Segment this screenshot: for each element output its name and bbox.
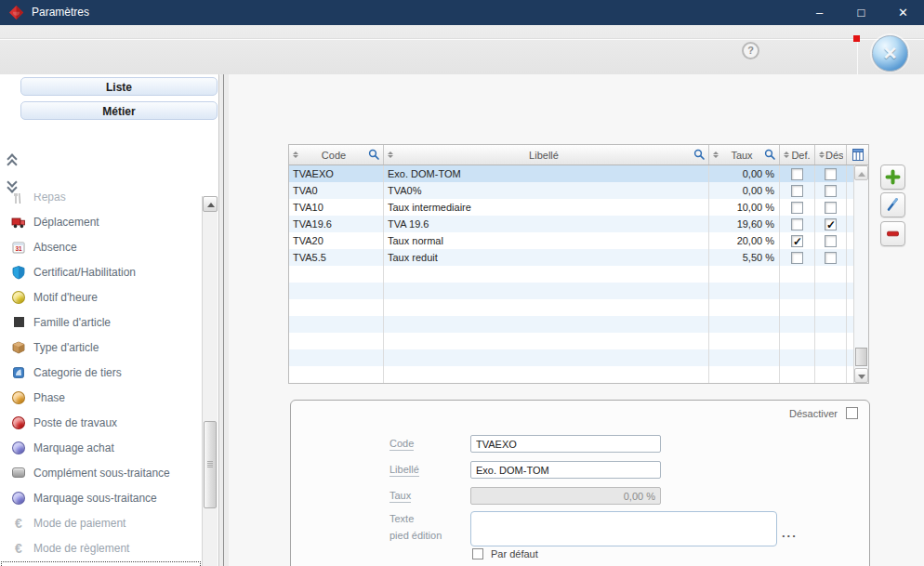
circle-icon	[11, 441, 26, 455]
def-checkbox[interactable]	[791, 235, 803, 247]
pill-icon	[11, 466, 26, 480]
sidebar-item-label: Phase	[33, 391, 65, 404]
column-chooser-button[interactable]	[847, 145, 868, 165]
search-icon[interactable]	[693, 149, 706, 161]
cell-libelle	[384, 316, 709, 333]
desactiver-checkbox[interactable]	[846, 407, 858, 419]
more-button[interactable]: ...	[782, 526, 798, 540]
table-scrollbar[interactable]	[853, 165, 868, 383]
sidebar-splitter[interactable]	[220, 74, 229, 566]
sidebar-item-type-d-article[interactable]: Type d'article	[0, 335, 202, 360]
def-checkbox[interactable]	[791, 252, 803, 264]
grid-icon	[852, 149, 864, 161]
sidebar-scrollbar-thumb[interactable]	[204, 421, 217, 508]
des-checkbox[interactable]	[825, 218, 837, 230]
sidebar-item-mode-de-paiement[interactable]: €Mode de paiement	[0, 510, 202, 535]
des-checkbox[interactable]	[825, 235, 837, 247]
section-liste[interactable]: Liste	[20, 77, 218, 96]
column-header-taux[interactable]: Taux	[709, 145, 780, 165]
def-checkbox[interactable]	[791, 202, 803, 214]
section-metier[interactable]: Métier	[20, 101, 218, 120]
sidebar-item-marquage-sous-traitance[interactable]: Marquage sous-traitance	[0, 485, 202, 510]
sidebar-item-poste-de-travaux[interactable]: Poste de travaux	[0, 410, 202, 435]
def-checkbox[interactable]	[791, 218, 803, 230]
sidebar-item-categorie-de-tiers[interactable]: Categorie de tiers	[0, 360, 202, 385]
des-checkbox[interactable]	[825, 252, 837, 264]
des-checkbox[interactable]	[825, 168, 837, 180]
table-row[interactable]: TVA19.6TVA 19.619,60 %	[289, 216, 853, 232]
cell-taux: 10,00 %	[709, 199, 780, 216]
app-logo-icon	[8, 5, 24, 20]
def-checkbox[interactable]	[791, 168, 803, 180]
sidebar-item-phase[interactable]: Phase	[0, 385, 202, 410]
cell-libelle	[384, 299, 709, 316]
sidebar-scrollbar[interactable]	[202, 196, 218, 566]
sidebar-item-motif-d-heure[interactable]: Motif d'heure	[0, 284, 202, 309]
column-header-ds[interactable]: Dés.	[815, 145, 847, 165]
maximize-button[interactable]: □	[840, 0, 882, 25]
delete-button[interactable]	[880, 221, 905, 246]
cell-taux	[709, 349, 780, 366]
table-row[interactable]: TVA10Taux intermediaire10,00 %	[289, 199, 853, 216]
titlebar: Paramètres – □ ✕	[0, 0, 924, 25]
table-scrollbar-thumb[interactable]	[855, 348, 867, 366]
des-checkbox[interactable]	[825, 185, 837, 197]
cell-def	[780, 182, 815, 199]
sidebar-item-absence[interactable]: 31Absence	[0, 234, 202, 259]
cell-def	[780, 232, 815, 249]
cell-def	[780, 199, 815, 216]
tiers-icon	[11, 365, 26, 380]
code-input[interactable]	[470, 435, 661, 453]
sidebar-item-famille-d-article[interactable]: Famille d'article	[0, 309, 202, 335]
table-row[interactable]: TVAEXOExo. DOM-TOM0,00 %	[289, 165, 853, 182]
desactiver-label: Désactiver	[789, 408, 838, 419]
libelle-input[interactable]	[470, 461, 661, 479]
cell-code	[289, 366, 384, 383]
notification-dot-icon	[853, 35, 860, 42]
help-icon[interactable]: ?	[742, 42, 759, 59]
sidebar-item-certificat-habilitation[interactable]: Certificat/Habilitation	[0, 259, 202, 284]
add-button[interactable]	[880, 165, 905, 190]
scroll-up-icon[interactable]	[203, 196, 218, 212]
cell-def	[780, 366, 815, 383]
column-header-libell[interactable]: Libellé	[384, 145, 709, 165]
sidebar-item-label: Poste de travaux	[33, 416, 117, 429]
cell-des	[815, 266, 847, 283]
edit-button[interactable]	[880, 192, 905, 217]
collapse-down-icon[interactable]	[5, 178, 20, 193]
cell-def	[780, 216, 815, 232]
table-scroll-down-icon[interactable]	[854, 368, 868, 383]
sidebar-item-d-placement[interactable]: Déplacement	[0, 209, 202, 234]
sidebar-item-tva[interactable]: TVA	[0, 560, 202, 566]
sidebar-item-compl-ment-sous-traitance[interactable]: Complément sous-traitance	[0, 460, 202, 485]
truck-icon	[11, 215, 26, 230]
def-checkbox[interactable]	[791, 185, 803, 197]
cell-taux	[709, 283, 780, 299]
table-row[interactable]: TVA5.5Taux reduit5,50 %	[289, 249, 853, 266]
table-row-empty	[289, 316, 853, 333]
par-defaut-checkbox[interactable]	[472, 548, 483, 559]
column-header-def[interactable]: Def.	[780, 145, 815, 165]
table-scroll-up-icon[interactable]	[854, 165, 868, 180]
column-header-code[interactable]: Code	[289, 145, 384, 165]
search-icon[interactable]	[368, 149, 380, 161]
cell-des	[815, 182, 847, 199]
texte-pied-edition-input[interactable]	[470, 511, 777, 546]
close-button[interactable]: ✕	[882, 0, 924, 25]
cell-libelle	[384, 333, 709, 349]
des-checkbox[interactable]	[825, 202, 837, 214]
cell-libelle: TVA 19.6	[384, 216, 709, 232]
table-row[interactable]: TVA0TVA0%0,00 %	[289, 182, 853, 199]
cell-filler	[847, 333, 853, 349]
sidebar-item-mode-de-r-glement[interactable]: €Mode de règlement	[0, 535, 202, 560]
search-icon[interactable]	[764, 149, 776, 161]
collapse-up-icon[interactable]	[5, 155, 20, 170]
cell-libelle: TVA0%	[384, 182, 709, 199]
exit-round-button[interactable]: ✕	[872, 35, 908, 72]
sidebar-item-repas[interactable]: Repas	[0, 193, 202, 209]
table-row[interactable]: TVA20Taux normal20,00 %	[289, 232, 853, 249]
cell-libelle	[384, 266, 709, 283]
sidebar-item-marquage-achat[interactable]: Marquage achat	[0, 435, 202, 460]
minimize-button[interactable]: –	[799, 0, 840, 25]
cell-des	[815, 283, 847, 299]
